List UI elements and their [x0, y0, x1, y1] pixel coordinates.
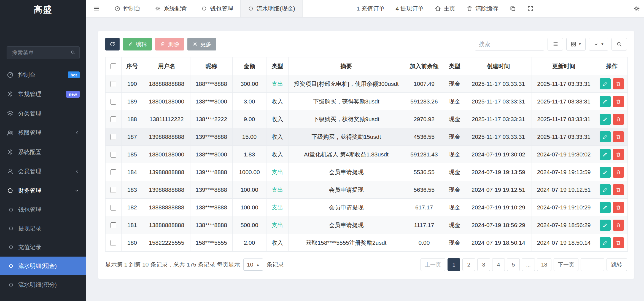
page-button-2[interactable]: 2: [462, 258, 475, 271]
withdraw-orders-button[interactable]: 4 提现订单: [395, 5, 424, 12]
page-button-3[interactable]: 3: [477, 258, 490, 271]
table-row-180[interactable]: 18015822225555158****55552.00收入获取158****…: [106, 234, 628, 252]
row-edit-button[interactable]: [600, 114, 611, 125]
row-checkbox[interactable]: [111, 169, 116, 175]
page-button-18[interactable]: 18: [537, 258, 551, 271]
fullscreen-button[interactable]: [527, 5, 534, 12]
more-button[interactable]: 更多: [187, 38, 216, 50]
row-checkbox[interactable]: [111, 152, 116, 158]
table-row-182[interactable]: 18213888888888138****8888100.00支出会员申请提现6…: [106, 199, 628, 216]
sidebar-subitem-4[interactable]: 流水明细(积分): [0, 275, 86, 294]
row-delete-button[interactable]: [613, 149, 624, 160]
recharge-orders-button[interactable]: 1 充值订单: [357, 5, 385, 12]
row-delete-button[interactable]: [613, 184, 624, 195]
table-row-189[interactable]: 18913800138000138****80003.00收入下级购买，获得奖励…: [106, 93, 628, 110]
column-header-10[interactable]: 操作: [596, 57, 628, 75]
table-row-185[interactable]: 18513800138000138****80001.83收入AI量化机器人 第…: [106, 146, 628, 163]
row-edit-button[interactable]: [600, 220, 611, 231]
column-header-8[interactable]: 创建时间: [465, 57, 532, 75]
row-edit-button[interactable]: [600, 184, 611, 195]
cell-money-type: 现金: [444, 199, 465, 216]
columns-button[interactable]: ▼: [566, 38, 586, 50]
sidebar-search-input[interactable]: [7, 46, 80, 59]
tab-3[interactable]: 流水明细(现金): [240, 0, 303, 17]
row-delete-button[interactable]: [613, 220, 624, 231]
sidebar-subitem-1[interactable]: 提现记录: [0, 219, 86, 238]
row-edit-button[interactable]: [600, 202, 611, 213]
row-checkbox[interactable]: [111, 240, 116, 246]
sidebar-subitem-0[interactable]: 钱包管理: [0, 200, 86, 219]
sidebar-item-0[interactable]: 控制台hot: [0, 65, 86, 84]
select-all-checkbox[interactable]: [111, 63, 116, 69]
table-row-190[interactable]: 19018888888888188****8888300.00支出投资项目[村部…: [106, 75, 628, 93]
column-header-5[interactable]: 摘要: [289, 57, 404, 75]
menu-toggle-button[interactable]: [90, 0, 103, 17]
page-button-5[interactable]: 5: [507, 258, 520, 271]
column-header-1[interactable]: 用户名: [143, 57, 190, 75]
jump-button[interactable]: 跳转: [607, 258, 627, 271]
column-header-4[interactable]: 类型: [266, 57, 289, 75]
column-header-0[interactable]: 序号: [122, 57, 143, 75]
page-button-4[interactable]: 4: [492, 258, 505, 271]
row-edit-button[interactable]: [600, 131, 611, 142]
column-header-3[interactable]: 金额: [233, 57, 266, 75]
table-row-188[interactable]: 18813811112222138****22229.00收入下级购买，获得奖励…: [106, 110, 628, 128]
cell-amount: 15.00: [233, 128, 266, 146]
row-delete-button[interactable]: [613, 114, 624, 125]
sidebar-item-3[interactable]: 权限管理: [0, 123, 86, 142]
row-edit-button[interactable]: [600, 149, 611, 160]
sidebar-item-5[interactable]: 会员管理: [0, 162, 86, 181]
row-edit-button[interactable]: [600, 78, 611, 89]
row-edit-button[interactable]: [600, 96, 611, 107]
tab-2[interactable]: 钱包管理: [194, 0, 240, 17]
sidebar-item-1[interactable]: 常规管理new: [0, 84, 86, 104]
row-delete-button[interactable]: [613, 78, 624, 89]
page-size-select[interactable]: 10 ▲: [243, 259, 263, 271]
search-icon[interactable]: [70, 50, 76, 55]
row-delete-button[interactable]: [613, 96, 624, 107]
row-checkbox[interactable]: [111, 116, 116, 122]
home-button[interactable]: 主页: [435, 5, 455, 12]
search-button[interactable]: [611, 38, 627, 50]
tab-0[interactable]: 控制台: [107, 0, 148, 17]
refresh-button[interactable]: [105, 38, 120, 50]
sidebar-subitem-3[interactable]: 流水明细(现金): [0, 257, 86, 275]
edit-button[interactable]: 编辑: [123, 38, 152, 50]
prev-page-button[interactable]: 上一页: [421, 258, 445, 271]
delete-button[interactable]: 删除: [155, 38, 184, 50]
page-button-1[interactable]: 1: [448, 258, 460, 271]
row-edit-button[interactable]: [600, 167, 611, 178]
row-checkbox[interactable]: [111, 187, 116, 193]
tab-1[interactable]: 系统配置: [148, 0, 194, 17]
row-edit-button[interactable]: [600, 237, 611, 248]
sidebar-item-6[interactable]: 财务管理: [0, 181, 86, 200]
column-header-9[interactable]: 更新时间: [532, 57, 596, 75]
row-checkbox[interactable]: [111, 99, 116, 105]
table-row-183[interactable]: 18313988888888139****8888100.00支出会员申请提现5…: [106, 181, 628, 199]
table-row-187[interactable]: 18713988888888139****888815.00收入下级购买，获得奖…: [106, 128, 628, 146]
export-button[interactable]: ▼: [589, 38, 608, 50]
column-header-6[interactable]: 加入前余额: [404, 57, 444, 75]
table-row-181[interactable]: 18113888888888138****8888500.00支出会员申请提现1…: [106, 216, 628, 234]
row-checkbox[interactable]: [111, 222, 116, 228]
clear-cache-button[interactable]: 清除缓存: [466, 5, 499, 12]
column-header-2[interactable]: 昵称: [190, 57, 233, 75]
page-jump-input[interactable]: [581, 258, 604, 271]
column-header-7[interactable]: 类型: [444, 57, 465, 75]
row-checkbox[interactable]: [111, 134, 116, 140]
row-delete-button[interactable]: [613, 202, 624, 213]
sidebar-item-2[interactable]: 分类管理: [0, 104, 86, 123]
row-delete-button[interactable]: [613, 131, 624, 142]
settings-button[interactable]: [634, 5, 640, 12]
row-delete-button[interactable]: [613, 237, 624, 248]
table-row-184[interactable]: 18413988888888139****88881000.00支出会员申请提现…: [106, 163, 628, 181]
next-page-button[interactable]: 下一页: [554, 258, 578, 271]
sidebar-subitem-2[interactable]: 充值记录: [0, 238, 86, 257]
row-delete-button[interactable]: [613, 167, 624, 178]
table-search-input[interactable]: [475, 38, 544, 50]
copy-button[interactable]: [510, 5, 516, 12]
row-checkbox[interactable]: [111, 81, 116, 87]
sidebar-item-4[interactable]: 系统配置: [0, 142, 86, 162]
detail-view-button[interactable]: [548, 38, 563, 50]
row-checkbox[interactable]: [111, 205, 116, 211]
